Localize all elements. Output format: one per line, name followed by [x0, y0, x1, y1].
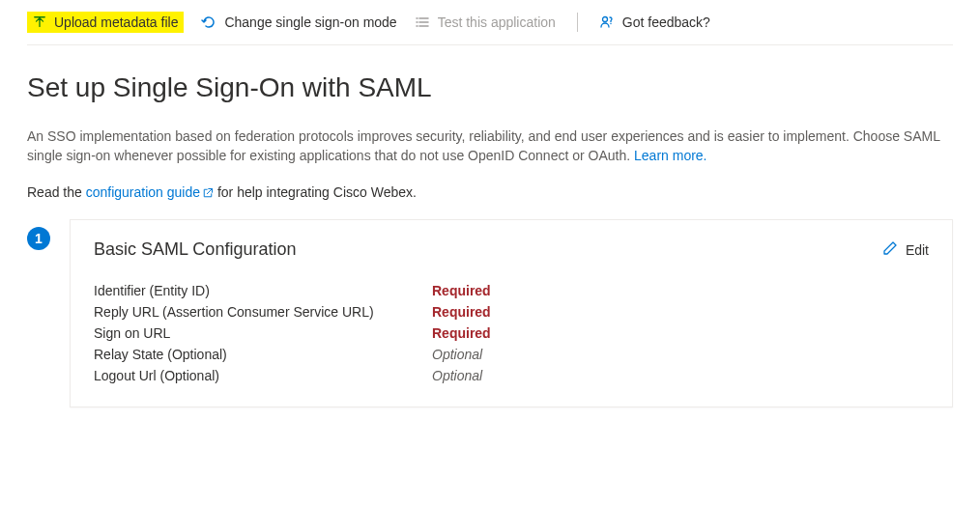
guide-text: Read the configuration guide for help in…	[27, 184, 953, 200]
feedback-label: Got feedback?	[622, 14, 710, 30]
feedback-button[interactable]: Got feedback?	[599, 14, 710, 30]
toolbar-divider	[577, 13, 578, 32]
intro-text: An SSO implementation based on federatio…	[27, 126, 953, 165]
step-badge: 1	[27, 227, 50, 250]
intro-body: An SSO implementation based on federatio…	[27, 128, 939, 163]
configuration-guide-link-text: configuration guide	[86, 184, 200, 200]
test-application-button: Test this application	[415, 14, 556, 30]
configuration-guide-link[interactable]: configuration guide	[86, 184, 214, 200]
undo-icon	[201, 14, 216, 30]
page-title: Set up Single Sign-On with SAML	[27, 72, 953, 103]
config-label: Sign on URL	[94, 325, 422, 341]
change-mode-button[interactable]: Change single sign-on mode	[201, 14, 396, 30]
checklist-icon	[415, 14, 430, 30]
svg-point-0	[602, 17, 607, 22]
upload-icon	[33, 15, 46, 29]
edit-button[interactable]: Edit	[882, 240, 929, 259]
config-label: Relay State (Optional)	[94, 347, 422, 362]
config-label: Logout Url (Optional)	[94, 368, 422, 383]
upload-metadata-label: Upload metadata file	[54, 14, 178, 30]
toolbar: Upload metadata file Change single sign-…	[27, 0, 953, 45]
guide-after: for help integrating Cisco Webex.	[214, 184, 417, 200]
config-value: Optional	[432, 368, 929, 383]
config-list: Identifier (Entity ID) Required Reply UR…	[94, 283, 929, 383]
pencil-icon	[882, 240, 898, 259]
config-value: Required	[432, 325, 929, 341]
svg-point-1	[610, 23, 611, 24]
feedback-icon	[599, 14, 615, 30]
edit-label: Edit	[906, 242, 929, 258]
guide-before: Read the	[27, 184, 86, 200]
config-label: Identifier (Entity ID)	[94, 283, 422, 298]
test-application-label: Test this application	[438, 14, 556, 30]
saml-config-card: Basic SAML Configuration Edit Identifier…	[70, 219, 953, 407]
upload-metadata-button[interactable]: Upload metadata file	[27, 12, 184, 33]
config-value: Required	[432, 283, 929, 298]
card-title: Basic SAML Configuration	[94, 239, 296, 260]
config-value: Optional	[432, 347, 929, 362]
external-link-icon	[202, 187, 214, 199]
learn-more-link[interactable]: Learn more.	[634, 148, 706, 163]
step-row: 1 Basic SAML Configuration Edit Identifi…	[27, 219, 953, 407]
config-value: Required	[432, 304, 929, 320]
change-mode-label: Change single sign-on mode	[224, 14, 396, 30]
config-label: Reply URL (Assertion Consumer Service UR…	[94, 304, 422, 320]
card-header: Basic SAML Configuration Edit	[94, 239, 929, 260]
